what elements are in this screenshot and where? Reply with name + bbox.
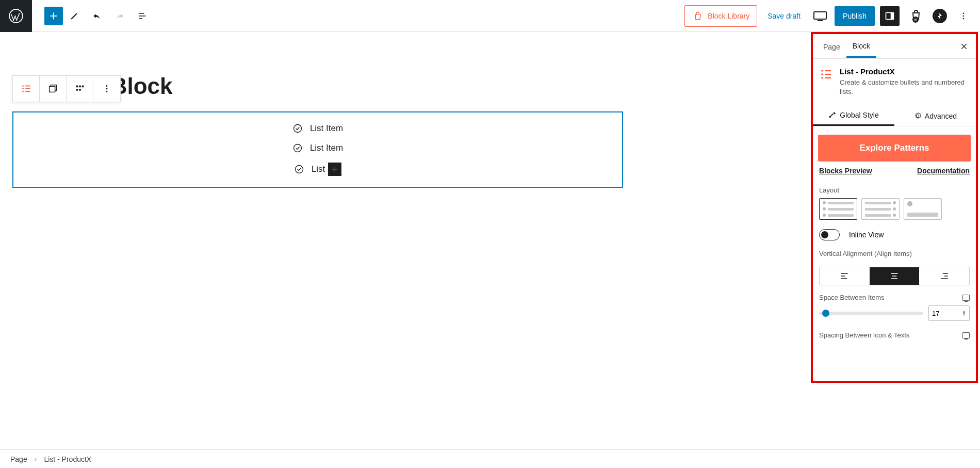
add-list-item-button[interactable] — [328, 163, 341, 176]
spacing-icon-text-row: Spacing Between Icon & Texts — [813, 326, 976, 341]
check-circle-icon — [294, 164, 304, 174]
tab-page[interactable]: Page — [817, 36, 846, 57]
block-more-button[interactable] — [93, 76, 120, 102]
add-block-button[interactable] — [44, 7, 63, 25]
valign-center-button[interactable] — [870, 267, 920, 285]
blocks-preview-link[interactable]: Blocks Preview — [819, 167, 872, 175]
svg-rect-20 — [79, 89, 81, 91]
redo-icon — [115, 11, 125, 21]
svg-point-21 — [106, 85, 108, 87]
space-between-input[interactable]: 17 ▲▼ — [928, 305, 970, 321]
publish-button[interactable]: Publish — [835, 6, 875, 26]
space-between-controls: 17 ▲▼ — [813, 303, 976, 326]
block-type-button[interactable] — [13, 76, 40, 102]
svg-rect-19 — [76, 89, 78, 91]
pencil-icon — [69, 11, 79, 21]
wordpress-logo[interactable] — [0, 0, 32, 32]
check-circle-icon — [292, 123, 303, 134]
svg-point-24 — [821, 70, 823, 72]
svg-point-8 — [293, 125, 301, 133]
align-bottom-icon — [939, 271, 950, 281]
space-between-row: Space Between Items — [813, 288, 976, 303]
sidebar-tabs: Page Block — [813, 34, 976, 59]
tab-block[interactable]: Block — [846, 35, 876, 58]
top-toolbar: Block Library Save draft Publish w — [0, 0, 980, 32]
block-parent-button[interactable] — [40, 76, 67, 102]
list-item[interactable]: List It — [294, 158, 342, 181]
save-draft-link[interactable]: Save draft — [762, 12, 806, 20]
list-block[interactable]: List Item List Item List It — [12, 111, 623, 188]
list-block-icon — [819, 67, 834, 82]
spacing-icon-text-label: Spacing Between Icon & Texts — [819, 331, 909, 339]
settings-sidebar-toggle[interactable] — [880, 6, 900, 26]
layout-option-right-bullets[interactable] — [861, 198, 900, 220]
undo-button[interactable] — [86, 5, 108, 27]
layout-section: Layout — [813, 182, 976, 222]
productx-button[interactable]: w — [905, 5, 927, 27]
valign-label: Vertical Alignment (Align Items) — [819, 250, 970, 257]
topbar-right: Block Library Save draft Publish w — [684, 5, 980, 27]
close-sidebar-button[interactable] — [956, 39, 972, 54]
grid-icon — [74, 83, 86, 94]
settings-sidebar: Page Block List - ProductX Create & cust… — [811, 32, 978, 383]
svg-rect-2 — [814, 12, 826, 19]
space-between-slider[interactable] — [819, 312, 923, 315]
breadcrumb-root[interactable]: Page — [10, 455, 27, 463]
shopping-bag-icon — [692, 11, 704, 21]
valign-top-button[interactable] — [820, 267, 870, 285]
documentation-link[interactable]: Documentation — [917, 167, 970, 175]
undo-icon — [92, 11, 102, 21]
more-options-button[interactable] — [952, 5, 975, 27]
svg-point-10 — [295, 166, 303, 173]
svg-point-23 — [106, 91, 108, 92]
sidebar-subtabs: Global Style Advanced — [813, 106, 976, 126]
subtab-global-style[interactable]: Global Style — [813, 106, 894, 126]
brush-icon — [828, 111, 837, 119]
block-library-label: Block Library — [708, 12, 749, 20]
breadcrumb: Page › List - ProductX — [0, 449, 980, 468]
valign-buttons — [819, 267, 970, 285]
list-bullet-icon — [21, 83, 32, 94]
inline-view-label: Inline View — [849, 231, 884, 239]
plus-icon — [48, 10, 59, 22]
subtab-advanced[interactable]: Advanced — [894, 106, 976, 126]
desktop-icon — [813, 11, 827, 21]
subtab-global-label: Global Style — [840, 111, 878, 119]
block-library-button[interactable]: Block Library — [684, 5, 757, 27]
layout-option-icon-top[interactable] — [904, 198, 942, 220]
breadcrumb-current[interactable]: List - ProductX — [44, 455, 91, 463]
svg-point-0 — [9, 9, 23, 23]
list-item[interactable]: List Item — [292, 138, 343, 158]
inline-view-toggle[interactable] — [819, 229, 840, 240]
edit-tool-button[interactable] — [63, 5, 86, 27]
svg-point-26 — [821, 77, 823, 79]
svg-point-25 — [821, 73, 823, 75]
list-item-text: List Item — [310, 123, 343, 134]
list-icon — [137, 11, 148, 21]
subtab-advanced-label: Advanced — [925, 112, 957, 120]
block-move-button[interactable] — [67, 76, 93, 102]
svg-point-7 — [963, 18, 965, 19]
list-item-text: List Item — [310, 143, 343, 153]
svg-rect-17 — [79, 86, 81, 88]
block-description: Create & customize bullets and numbered … — [840, 78, 970, 96]
svg-point-6 — [963, 15, 965, 17]
redo-button[interactable] — [108, 5, 131, 27]
block-name: List - ProductX — [840, 67, 970, 76]
document-outline-button[interactable] — [131, 5, 154, 27]
list-item[interactable]: List Item — [292, 119, 343, 138]
explore-patterns-button[interactable]: Explore Patterns — [818, 135, 971, 162]
close-icon — [960, 42, 968, 51]
responsive-device-icon[interactable] — [962, 295, 970, 301]
plus-icon — [330, 164, 340, 174]
align-top-icon — [839, 271, 850, 281]
inline-view-row: Inline View — [813, 222, 976, 243]
space-between-label: Space Between Items — [819, 294, 884, 301]
responsive-device-icon[interactable] — [962, 332, 970, 338]
svg-rect-16 — [76, 86, 78, 88]
jetpack-button[interactable] — [933, 9, 947, 23]
valign-bottom-button[interactable] — [919, 267, 969, 285]
preview-button[interactable] — [811, 7, 829, 25]
layout-option-left-bullets[interactable] — [819, 198, 857, 220]
block-info: List - ProductX Create & customize bulle… — [813, 59, 976, 106]
